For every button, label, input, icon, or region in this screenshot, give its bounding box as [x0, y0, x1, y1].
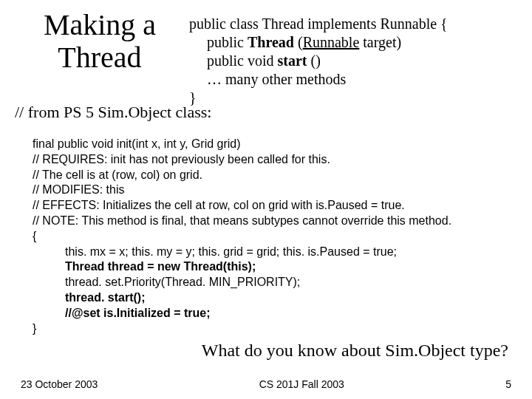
code-sig: final public void init(int x, int y, Gri… — [33, 137, 517, 152]
slide-question: What do you know about Sim.Object type? — [15, 341, 517, 361]
ctor-name: Thread — [248, 34, 298, 50]
start-parens: () — [311, 52, 321, 69]
code-c5: // NOTE: This method is final, that mean… — [33, 214, 517, 229]
slide-footer: 23 October 2003 CS 201J Fall 2003 5 — [0, 378, 532, 390]
start-pre: public void — [207, 52, 278, 69]
footer-course: CS 201J Fall 2003 — [259, 378, 344, 390]
code-b1: this. mx = x; this. my = y; this. grid =… — [33, 245, 517, 260]
code-c2: // The cell is at (row, col) on grid. — [33, 168, 517, 183]
ctor-pre: public — [207, 34, 248, 50]
code-c1: // REQUIRES: init has not previously bee… — [33, 152, 517, 168]
code-b5: //@set is.Initialized = true; — [65, 307, 211, 319]
slide-title: Making a Thread — [15, 6, 185, 74]
ctor-param-rest: target) — [359, 34, 401, 50]
start-name: start — [278, 52, 311, 69]
code-b4: thread. start(); — [65, 291, 145, 304]
ctor-param-type: Runnable — [303, 34, 360, 50]
code-b3: thread. set.Priority(Thread. MIN_PRIORIT… — [33, 275, 517, 290]
code-c3: // MODIFIES: this — [33, 183, 517, 198]
footer-page: 5 — [505, 378, 511, 390]
thread-class-def: public class Thread implements Runnable … — [185, 6, 448, 107]
footer-date: 23 October 2003 — [21, 378, 98, 390]
init-method-code: final public void init(int x, int y, Gri… — [15, 137, 517, 336]
classdef-line1: public class Thread implements Runnable … — [189, 16, 448, 32]
code-open-brace: { — [33, 229, 517, 245]
code-c4: // EFFECTS: Initializes the cell at row,… — [33, 198, 517, 214]
code-close-brace: } — [33, 321, 517, 337]
code-b2: Thread thread = new Thread(this); — [65, 260, 256, 273]
classdef-more: … many other methods — [207, 71, 346, 87]
ctor-paren-open: ( — [298, 34, 303, 50]
